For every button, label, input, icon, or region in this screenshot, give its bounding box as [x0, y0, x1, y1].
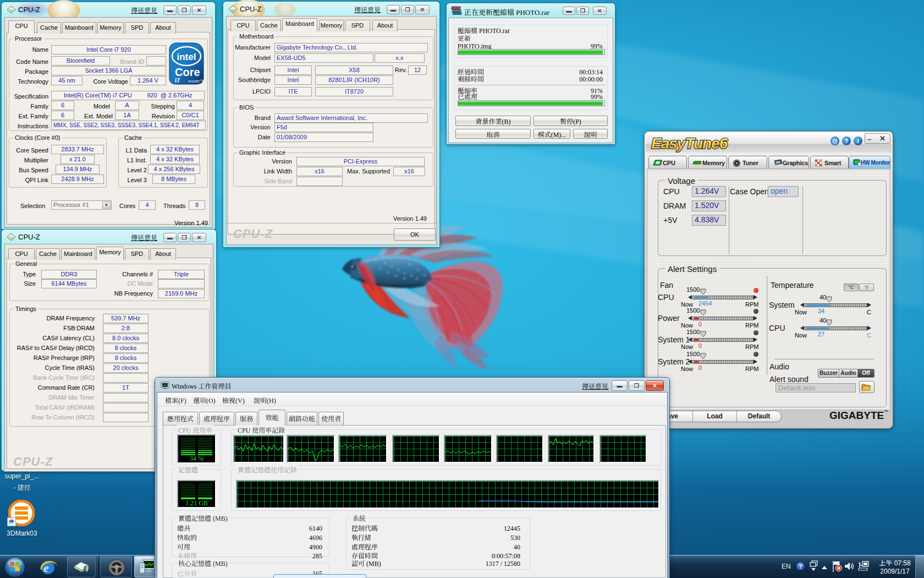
svg-text:Core: Core	[175, 66, 200, 78]
svg-text:i7: i7	[175, 77, 180, 84]
svg-text:intel: intel	[177, 52, 196, 62]
svg-text:EasyTune6: EasyTune6	[651, 135, 728, 152]
svg-text:inside™: inside™	[188, 79, 204, 84]
